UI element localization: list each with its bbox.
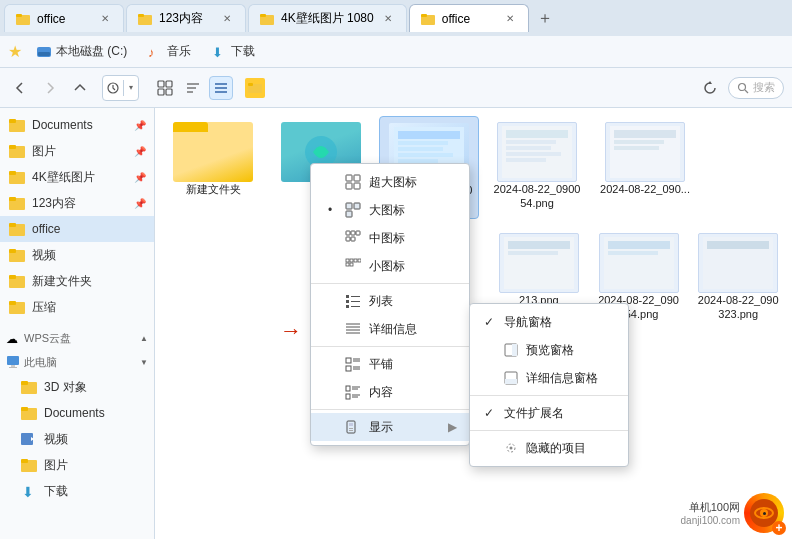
submenu-item-hidden[interactable]: 隐藏的项目: [470, 434, 628, 462]
svg-rect-93: [351, 237, 355, 241]
sort-button[interactable]: [181, 76, 205, 100]
file-item[interactable]: 新建文件夹: [163, 116, 263, 219]
submenu-arrow: ▶: [448, 420, 457, 434]
refresh-button[interactable]: [698, 76, 722, 100]
sidebar-item-office[interactable]: office: [0, 216, 154, 242]
svg-rect-78: [608, 241, 670, 249]
bookmark-download[interactable]: ⬇ 下载: [205, 41, 261, 62]
svg-rect-89: [346, 231, 350, 235]
sidebar-item-pictures[interactable]: 图片 📌: [0, 138, 154, 164]
sidebar-item-documents[interactable]: Documents 📌: [0, 112, 154, 138]
sidebar-item-docs2[interactable]: Documents: [0, 400, 154, 426]
submenu-label: 详细信息窗格: [526, 370, 598, 387]
submenu-label: 隐藏的项目: [526, 440, 586, 457]
tab-close[interactable]: ✕: [380, 11, 396, 27]
sidebar-item-123[interactable]: 123内容 📌: [0, 190, 154, 216]
svg-rect-13: [158, 81, 164, 87]
submenu-item-nav-pane[interactable]: ✓ 导航窗格: [470, 308, 628, 336]
up-button[interactable]: [68, 76, 92, 100]
star-icon[interactable]: ★: [8, 42, 22, 61]
tab-close[interactable]: ✕: [97, 11, 113, 27]
svg-rect-61: [398, 153, 453, 157]
back-button[interactable]: [8, 76, 32, 100]
menu-button[interactable]: [209, 76, 233, 100]
sidebar-section-wps[interactable]: ☁ WPS云盘 ▲: [0, 326, 154, 350]
svg-rect-24: [248, 83, 253, 86]
svg-rect-60: [398, 147, 443, 151]
svg-rect-54: [21, 459, 28, 463]
sidebar-item-video[interactable]: 视频: [0, 242, 154, 268]
history-button[interactable]: [103, 76, 123, 100]
sidebar-label: 视频: [32, 247, 56, 264]
svg-rect-30: [9, 145, 16, 149]
forward-icon: [43, 81, 57, 95]
file-item[interactable]: 2024-08-22_090323.png: [692, 227, 784, 328]
menu-item-content[interactable]: 内容: [311, 378, 469, 406]
file-item[interactable]: 2024-08-22_090054.png: [487, 116, 587, 219]
submenu-item-detail-pane[interactable]: 详细信息窗格: [470, 364, 628, 392]
menu-item-super-icon[interactable]: 超大图标: [311, 168, 469, 196]
tab-label: 123内容: [159, 10, 203, 27]
sidebar-item-download2[interactable]: ⬇ 下载: [0, 478, 154, 504]
svg-rect-36: [9, 223, 16, 227]
bookmark-music[interactable]: ♪ 音乐: [141, 41, 197, 62]
view-toggle-button[interactable]: [153, 76, 177, 100]
folder-icon-small: [248, 82, 262, 94]
menu-item-detail[interactable]: 详细信息: [311, 315, 469, 343]
svg-rect-67: [506, 146, 551, 150]
search-box[interactable]: 搜索: [728, 77, 784, 99]
history-dropdown-button[interactable]: ▾: [124, 76, 138, 100]
bookmark-hdd[interactable]: 本地磁盘 (C:): [30, 41, 133, 62]
submenu-item-file-ext[interactable]: ✓ 文件扩展名: [470, 399, 628, 427]
svg-rect-40: [9, 275, 16, 279]
folder-nav-icon[interactable]: [245, 78, 265, 98]
svg-rect-88: [346, 211, 352, 217]
menu-item-large-icon[interactable]: • 大图标: [311, 196, 469, 224]
super-icon-icon: [345, 174, 361, 190]
svg-rect-66: [506, 140, 556, 144]
svg-rect-83: [354, 175, 360, 181]
sidebar-item-pics2[interactable]: 图片: [0, 452, 154, 478]
sidebar-label: 4K壁纸图片: [32, 169, 95, 186]
main-area: ▾: [0, 68, 792, 539]
tab-close[interactable]: ✕: [502, 11, 518, 27]
menu-item-tile[interactable]: 平铺: [311, 350, 469, 378]
svg-text:⬇: ⬇: [22, 484, 34, 500]
forward-button[interactable]: [38, 76, 62, 100]
tab-label: 4K壁纸图片 1080: [281, 10, 374, 27]
menu-check: ✓: [482, 315, 496, 329]
tab-close[interactable]: ✕: [219, 11, 235, 27]
sidebar-label: 123内容: [32, 195, 76, 212]
tab-office-1[interactable]: office ✕: [4, 4, 124, 32]
svg-rect-65: [506, 130, 568, 138]
file-item[interactable]: 2024-08-22_090...: [595, 116, 695, 219]
sidebar-item-compress[interactable]: 压缩: [0, 294, 154, 320]
file-thumbnail: [499, 233, 579, 293]
sidebar-item-4k[interactable]: 4K壁纸图片 📌: [0, 164, 154, 190]
svg-point-25: [739, 83, 746, 90]
tab-4k[interactable]: 4K壁纸图片 1080 ✕: [248, 4, 407, 32]
menu-item-list[interactable]: 列表: [311, 287, 469, 315]
tab-123[interactable]: 123内容 ✕: [126, 4, 246, 32]
new-tab-button[interactable]: ＋: [531, 4, 559, 32]
svg-line-26: [745, 90, 748, 93]
sidebar-item-newfolder[interactable]: 新建文件夹: [0, 268, 154, 294]
svg-rect-125: [349, 430, 353, 431]
svg-rect-84: [346, 183, 352, 189]
menu-label: 超大图标: [369, 174, 417, 191]
up-icon: [73, 81, 87, 95]
svg-rect-124: [349, 428, 353, 429]
menu-item-mid-icon[interactable]: 中图标: [311, 224, 469, 252]
hdd-icon: [36, 44, 52, 60]
tab-bar: office ✕ 123内容 ✕ 4K壁纸图片 1080 ✕ office ✕ …: [0, 0, 792, 36]
sidebar-item-3d[interactable]: 3D 对象: [0, 374, 154, 400]
tab-office-4[interactable]: office ✕: [409, 4, 529, 32]
sidebar-item-video2[interactable]: 视频: [0, 426, 154, 452]
sidebar-section-mypc[interactable]: 此电脑 ▼: [0, 350, 154, 374]
submenu-item-preview[interactable]: 预览窗格: [470, 336, 628, 364]
svg-rect-32: [9, 171, 16, 175]
menu-item-small-icon[interactable]: 小图标: [311, 252, 469, 280]
svg-rect-122: [347, 421, 355, 433]
menu-item-display[interactable]: 显示 ▶: [311, 413, 469, 441]
sidebar-label: 图片: [44, 457, 68, 474]
